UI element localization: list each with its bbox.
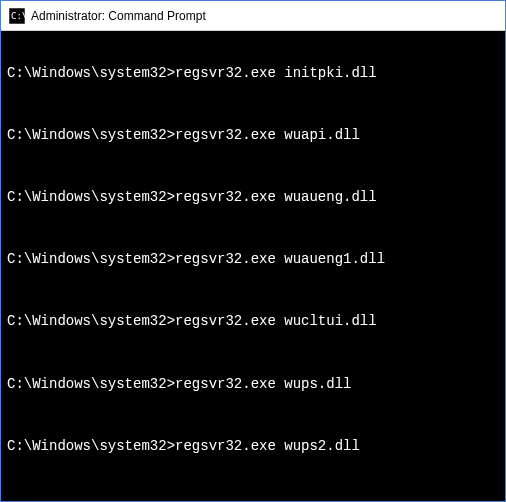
terminal-line: C:\Windows\system32>regsvr32.exe wuaueng… xyxy=(7,252,499,267)
terminal-line: C:\Windows\system32>regsvr32.exe wups2.d… xyxy=(7,439,499,454)
terminal-line: C:\Windows\system32>regsvr32.exe wucltui… xyxy=(7,314,499,329)
terminal-line: C:\Windows\system32>regsvr32.exe wuapi.d… xyxy=(7,128,499,143)
window-title: Administrator: Command Prompt xyxy=(31,9,206,23)
command-prompt-window: C:\ Administrator: Command Prompt C:\Win… xyxy=(0,0,506,502)
terminal-area[interactable]: C:\Windows\system32>regsvr32.exe initpki… xyxy=(1,31,505,501)
titlebar[interactable]: C:\ Administrator: Command Prompt xyxy=(1,1,505,31)
cmd-icon: C:\ xyxy=(9,8,25,24)
terminal-line: C:\Windows\system32>regsvr32.exe wups.dl… xyxy=(7,377,499,392)
terminal-line: C:\Windows\system32>regsvr32.exe wuaueng… xyxy=(7,190,499,205)
svg-text:C:\: C:\ xyxy=(11,11,25,21)
terminal-line: C:\Windows\system32>regsvr32.exe initpki… xyxy=(7,66,499,81)
